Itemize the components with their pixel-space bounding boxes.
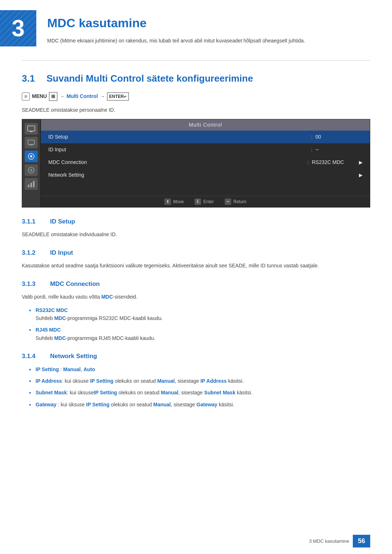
menu-arrow-2: → [100, 93, 105, 100]
tv-menu-value-3: RS232C MDC [312, 159, 359, 166]
bullet-rs232c: RS232C MDC Suhtleb MDC-programmiga RS232… [29, 306, 370, 323]
svg-rect-3 [28, 140, 34, 144]
gateway-label: Gateway [36, 402, 57, 407]
section-3-1-4-bullets: IP Setting : Manual, Auto IP Address: ku… [29, 365, 370, 409]
mdc-bold-1: MDC [101, 294, 113, 300]
section-3-1-3-intro: Valib pordi, mille kaudu vastu võtta MDC… [22, 293, 370, 301]
move-icon: ⬆ [164, 198, 171, 205]
tv-bottom-enter: E Enter [195, 198, 214, 205]
menu-icon: ⊞ [22, 93, 30, 100]
section-divider [22, 60, 370, 61]
ip-address-ref: IP Address [200, 378, 226, 384]
section-3-1-1-desc: SEADMELE omistatakse individuaalne ID. [22, 230, 370, 238]
manual-ref-3: Manual [153, 402, 171, 407]
subnet-mask-label: Subnet Mask [36, 390, 67, 395]
svg-rect-11 [30, 183, 32, 187]
bullet-subnet-mask: Subnet Mask: kui üksuseIP Setting olekuk… [29, 389, 370, 397]
tv-sidebar-icon-4 [25, 164, 38, 176]
tv-menu-item-4: Network Setting ▶ [41, 169, 370, 181]
ip-setting-ref-3: IP Setting [86, 402, 109, 407]
svg-point-6 [30, 155, 32, 157]
svg-rect-10 [28, 185, 29, 187]
tv-menu-item-label-4: Network Setting [48, 171, 305, 179]
subsection-3-1-2-heading: 3.1.2 ID Input [22, 248, 370, 258]
tv-menu-item-2: ID Input : -- [41, 143, 370, 156]
menu-word-menu: MENU [32, 93, 47, 100]
subsection-3-1-3-label: MDC Connection [50, 279, 100, 289]
page-number: 56 [353, 535, 370, 547]
subsection-3-1-1-label: ID Setup [50, 217, 75, 226]
subsection-3-1-4-label: Network Setting [50, 352, 97, 361]
enter-icon: ENTER↵ [107, 93, 129, 100]
subsection-3-1-1-num: 3.1.1 [22, 217, 44, 226]
subsection-3-1-2-num: 3.1.2 [22, 248, 44, 258]
tv-menu-item-label-1: ID Setup [48, 133, 308, 141]
tv-menu-arrow-3: ▶ [359, 159, 363, 166]
chapter-description: MDC (Mitme ekraani juhtimine) on rakendu… [47, 37, 305, 45]
ip-setting-ref-1: IP Setting [90, 378, 113, 384]
tv-screen: Multi Control ID Setup : 00 ID Input : -… [22, 119, 370, 208]
chapter-number: 3 [12, 11, 25, 46]
page-footer: 3 MDC kasutamine 56 [309, 535, 370, 547]
section-3-1-label: Suvandi Multi Control sätete konfigureer… [46, 71, 253, 86]
footer-chapter-label: 3 MDC kasutamine [309, 538, 349, 545]
tv-menu-title: Multi Control [41, 119, 370, 131]
bullet-ip-setting: IP Setting : Manual, Auto [29, 365, 370, 373]
rj45-label: RJ45 MDC [36, 327, 61, 333]
subsection-3-1-3-heading: 3.1.3 MDC Connection [22, 279, 370, 289]
chapter-header: 3 MDC kasutamine MDC (Mitme ekraani juht… [0, 0, 392, 53]
tv-sidebar-icon-3 [25, 151, 38, 162]
tv-main-area: Multi Control ID Setup : 00 ID Input : -… [41, 119, 370, 208]
enter-btn-icon: E [195, 198, 201, 205]
tv-bottom-return: ↩ Return [225, 198, 246, 205]
tv-menu-item-1: ID Setup : 00 [41, 131, 370, 143]
section-3-1-heading: 3.1 Suvandi Multi Control sätete konfigu… [22, 71, 370, 86]
subsection-3-1-4-heading: 3.1.4 Network Setting [22, 352, 370, 361]
manual-ref-2: Manual [161, 390, 178, 395]
manual-ref-1: Manual [157, 378, 175, 384]
gateway-ref: Gateway [196, 402, 217, 407]
move-label: Move [173, 198, 184, 205]
menu-grid-icon: ⊞ [49, 92, 57, 101]
menu-path: ⊞ MENU ⊞ → Multi Control → ENTER↵ [22, 92, 370, 101]
tv-menu-item-label-3: MDC Connection [48, 159, 305, 166]
tv-menu-item-label-2: ID Input [48, 146, 308, 153]
mdc-bold-2: MDC [54, 315, 66, 321]
ip-manual-label: Manual [63, 366, 81, 372]
ip-address-label: IP Address [36, 378, 62, 384]
chapter-title: MDC kasutamine [47, 14, 305, 32]
bullet-rj45: RJ45 MDC Suhtleb MDC-programmiga RJ45 MD… [29, 326, 370, 342]
ip-setting-label: IP Setting [36, 366, 59, 372]
chapter-number-block: 3 [0, 10, 36, 46]
tv-sidebar [22, 119, 41, 208]
tv-sidebar-icon-1 [25, 123, 38, 135]
return-icon: ↩ [225, 198, 231, 205]
bullet-ip-address: IP Address: kui üksuse IP Setting olekuk… [29, 377, 370, 385]
tv-bottom-move: ⬆ Move [164, 198, 184, 205]
section-3-1-3-bullets: RS232C MDC Suhtleb MDC-programmiga RS232… [29, 306, 370, 342]
subnet-mask-ref: Subnet Mask [204, 390, 235, 395]
intro-text: SEADMELE omistatakse personaalne ID. [22, 106, 370, 114]
subsection-3-1-1-heading: 3.1.1 ID Setup [22, 217, 370, 226]
chapter-title-block: MDC kasutamine MDC (Mitme ekraani juhtim… [36, 10, 305, 45]
ip-auto-label: Auto [83, 366, 95, 372]
mdc-bold-3: MDC [54, 335, 66, 341]
tv-menu-colon-2: : [308, 146, 315, 153]
section-3-1-2-desc: Kasutatakse antud seadme saatja funktsio… [22, 262, 370, 270]
tv-menu-colon-3: : [305, 159, 312, 166]
enter-btn-label: Enter [203, 198, 214, 205]
subsection-3-1-4-num: 3.1.4 [22, 352, 44, 361]
tv-spacer [41, 181, 370, 196]
tv-bottom-bar: ⬆ Move E Enter ↩ Return [41, 196, 370, 207]
subsection-3-1-3-num: 3.1.3 [22, 279, 44, 289]
tv-sidebar-icon-2 [25, 137, 38, 148]
svg-rect-0 [28, 126, 35, 131]
tv-menu-colon-1: : [308, 133, 315, 141]
return-label: Return [233, 198, 246, 205]
menu-multi-control: Multi Control [66, 93, 98, 100]
rs232c-label: RS232C MDC [36, 307, 68, 313]
section-3-1-num: 3.1 [22, 71, 40, 86]
tv-menu-item-3: MDC Connection : RS232C MDC ▶ [41, 156, 370, 169]
tv-sidebar-icon-5 [25, 178, 38, 190]
ip-setting-ref-2: IP Setting [94, 390, 117, 395]
